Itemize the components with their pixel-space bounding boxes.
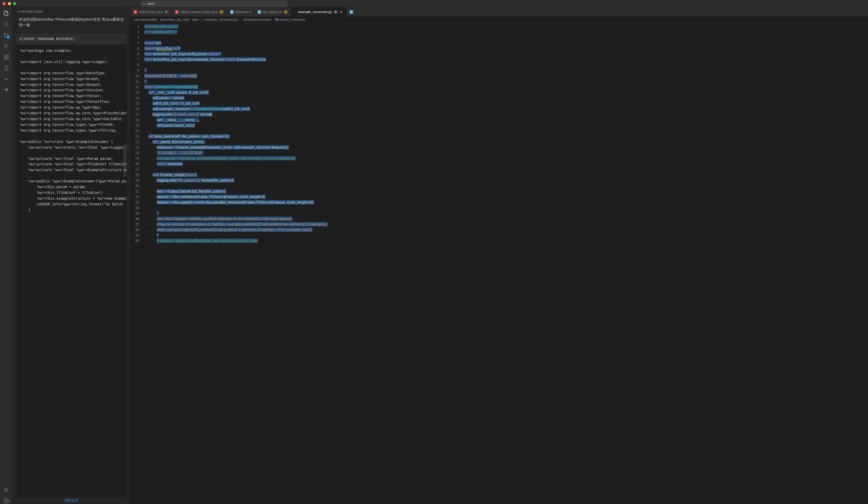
line-number: 38 bbox=[130, 227, 139, 233]
code-line[interactable]: ············'''1.14.0接口，1.10.0不支持''' bbox=[144, 150, 328, 156]
search-activity-icon[interactable] bbox=[3, 21, 9, 27]
code-line[interactable]: ············while examples.batch(20).pre… bbox=[144, 227, 328, 233]
code-line[interactable]: ············return instances bbox=[144, 161, 328, 167]
code-line[interactable] bbox=[144, 62, 328, 68]
line-number: 34 bbox=[130, 205, 139, 211]
settings-gear-icon[interactable] bbox=[3, 498, 9, 504]
run-debug-icon[interactable] bbox=[3, 43, 9, 49]
line-number: 13 bbox=[130, 90, 139, 95]
code-line[interactable] bbox=[144, 167, 328, 172]
code-line[interactable]: ············Like other Dataset methods, … bbox=[144, 216, 328, 222]
code-line[interactable]: ············''' bbox=[144, 211, 328, 216]
code-line[interactable]: ''' bbox=[144, 68, 328, 73]
code-line[interactable]: ········logging.info("{} batch_size:{}".… bbox=[144, 112, 328, 117]
svg-point-9 bbox=[6, 500, 7, 502]
code-line[interactable]: from tensorflow_job_impl.data.example_st… bbox=[144, 57, 328, 62]
code-line[interactable] bbox=[144, 35, 328, 40]
code-line[interactable]: ············It has no concept of example… bbox=[144, 222, 328, 227]
java-icon: J bbox=[175, 10, 178, 14]
code-line[interactable]: ········self.param = param bbox=[144, 95, 328, 101]
tab-badge: 1 bbox=[164, 10, 168, 14]
java-code-block[interactable]: "kw">package com.example; "kw">import ja… bbox=[16, 45, 127, 497]
code-line[interactable]: import sys bbox=[144, 40, 328, 46]
code-line[interactable]: ············self.__class__.__name__, bbox=[144, 117, 328, 123]
tab-example_consumer.py[interactable]: ⬨example_consumer.py1× bbox=[291, 7, 346, 17]
line-number: 36 bbox=[130, 216, 139, 222]
tab-executor.h[interactable]: Cexecutor.h bbox=[227, 7, 255, 17]
close-window-button[interactable] bbox=[3, 2, 6, 5]
code-line[interactable]: #!/usr/bin/env python bbox=[144, 24, 328, 29]
code-line[interactable]: ············dataset = files.apply(tf.con… bbox=[144, 200, 328, 205]
code-line[interactable]: ········with tf.name_scope('input'): bbox=[144, 172, 328, 178]
command-center-search[interactable]: ⌕ caml bbox=[141, 1, 287, 7]
code-line[interactable]: # -*- coding: utf-8 -*- bbox=[144, 29, 328, 35]
line-number: 35 bbox=[130, 211, 139, 216]
flask-icon[interactable] bbox=[3, 65, 9, 71]
code-line[interactable]: ········def _parse_fn(examples_proto): bbox=[144, 139, 328, 145]
extensions-icon[interactable] bbox=[3, 54, 9, 60]
nav-arrows: ← → bbox=[123, 2, 134, 6]
location-icon[interactable] bbox=[3, 87, 9, 93]
code-editor[interactable]: 1234567891011121314151617181920212223242… bbox=[130, 23, 868, 504]
code-line[interactable]: ············self.param.batch_size)) bbox=[144, 123, 328, 128]
code-line[interactable]: ············instances = tf.parse_example… bbox=[144, 145, 328, 150]
tab-NativeLibraryLoader.java[interactable]: JNativeLibraryLoader.java4 bbox=[172, 7, 227, 17]
code-line[interactable]: ''' bbox=[144, 79, 328, 84]
chevron-right-icon: › bbox=[200, 18, 201, 21]
source-control-icon[interactable]: 6 bbox=[3, 32, 9, 38]
code-line[interactable] bbox=[144, 183, 328, 189]
tab-label: example_consumer.py bbox=[298, 10, 332, 14]
line-number: 18 bbox=[130, 117, 139, 123]
code-line[interactable]: ····def data_batch(self, file_pattern, n… bbox=[144, 134, 328, 139]
minimap-scrollbar[interactable] bbox=[124, 145, 126, 176]
minimize-window-button[interactable] bbox=[8, 2, 11, 5]
breadcrumb[interactable]: caml-tensorflow›tensorflow_job_impl›data… bbox=[130, 17, 868, 23]
breadcrumb-segment[interactable]: ⬨ example_consumer.py bbox=[202, 18, 238, 21]
code-line[interactable]: class ExampleConsumer(object): bbox=[144, 84, 328, 90]
explorer-icon[interactable] bbox=[3, 10, 9, 16]
code-line[interactable] bbox=[144, 205, 328, 211]
line-number: 32 bbox=[130, 194, 139, 200]
line-number: 5 bbox=[130, 46, 139, 51]
activity-bar: 6 m bbox=[0, 7, 12, 504]
code-line[interactable]: ············''' bbox=[144, 233, 328, 238]
line-number: 20 bbox=[130, 128, 139, 134]
code-line[interactable]: Example样本消费者，batch读取 bbox=[144, 73, 328, 79]
chevron-right-icon: › bbox=[158, 18, 159, 21]
clear-session-button[interactable]: 清除会话 bbox=[12, 497, 130, 504]
tab-OsEnvUtils.java[interactable]: JOsEnvUtils.java1 bbox=[130, 7, 172, 17]
line-number: 2 bbox=[130, 29, 139, 35]
code-line[interactable]: ············# dataset = dataset.shuffle(… bbox=[144, 238, 328, 244]
maximize-window-button[interactable] bbox=[13, 2, 16, 5]
breadcrumb-segment[interactable]: caml-tensorflow bbox=[134, 18, 157, 21]
line-number: 17 bbox=[130, 112, 139, 117]
breadcrumb-segment[interactable]: ⬫ ExampleConsumer bbox=[241, 18, 272, 21]
code-line[interactable]: ········self.example_structure = Example… bbox=[144, 106, 328, 112]
tab-overflow[interactable]: C bbox=[346, 7, 358, 17]
svg-rect-7 bbox=[7, 57, 8, 59]
code-line[interactable] bbox=[144, 128, 328, 134]
code-line[interactable]: ············dataset = files.interleave(t… bbox=[144, 194, 328, 200]
window-controls bbox=[3, 2, 16, 5]
code-line[interactable]: ············files = tf.data.Dataset.list… bbox=[144, 189, 328, 194]
close-tab-icon[interactable]: × bbox=[339, 10, 343, 14]
code-line[interactable]: ····def __init__(self, param, tf_job_con… bbox=[144, 90, 328, 95]
chevron-right-icon: › bbox=[272, 18, 273, 21]
code-line[interactable]: ········self.tf_job_conf = tf_job_conf bbox=[144, 101, 328, 106]
breadcrumb-segment[interactable]: ⬔ convert_instances bbox=[275, 18, 305, 21]
accounts-icon[interactable] bbox=[3, 487, 9, 493]
code-line[interactable]: ············# instances = tf.io.parse_ex… bbox=[144, 156, 328, 161]
line-number: 1 bbox=[130, 24, 139, 29]
code-line[interactable]: from tensorflow_job_impl.config.param im… bbox=[144, 51, 328, 57]
nav-forward-button[interactable]: → bbox=[130, 2, 134, 6]
nav-back-button[interactable]: ← bbox=[123, 2, 126, 6]
monogram-icon[interactable]: m bbox=[3, 76, 9, 82]
code-line[interactable]: ············logging.info("file_pattern:{… bbox=[144, 178, 328, 183]
svg-point-2 bbox=[4, 36, 6, 37]
code-content[interactable]: #!/usr/bin/env python# -*- coding: utf-8… bbox=[142, 23, 328, 504]
code-line[interactable]: import tensorflow as tf bbox=[144, 46, 328, 51]
line-number: 23 bbox=[130, 145, 139, 150]
tab-op_registry.h[interactable]: Cop_registry.h3 bbox=[255, 7, 291, 17]
breadcrumb-segment[interactable]: data bbox=[192, 18, 198, 21]
breadcrumb-segment[interactable]: tensorflow_job_impl bbox=[160, 18, 189, 21]
